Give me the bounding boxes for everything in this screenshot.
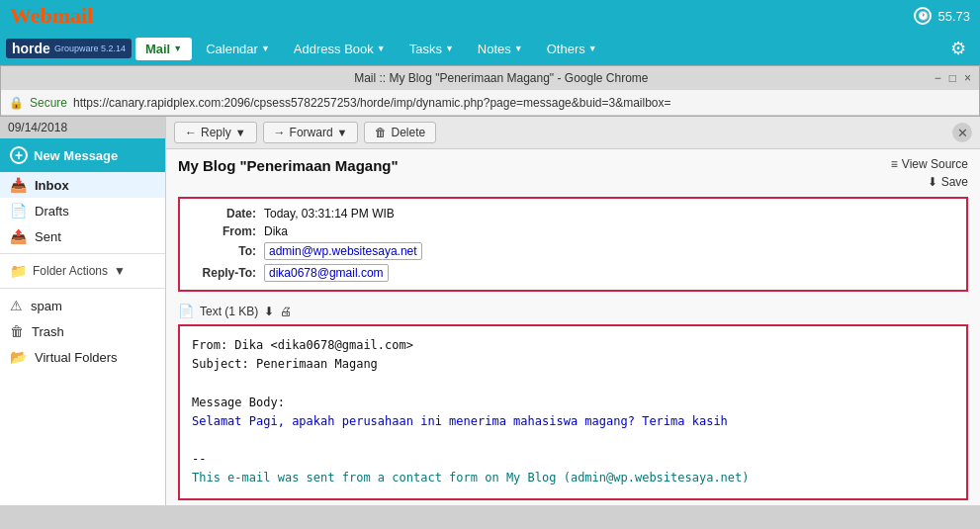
browser-controls: − □ × [935,71,971,85]
inbox-icon: 📥 [10,177,27,193]
save-button[interactable]: ⬇ Save [928,175,968,189]
sent-icon: 📤 [10,228,27,244]
mail-chevron-icon: ▼ [173,44,182,53]
forward-arrow-icon: → [274,126,286,139]
new-message-label: New Message [34,148,118,163]
sidebar-virtual-folders-label: Virtual Folders [35,350,118,365]
nav-item-tasks[interactable]: Tasks ▼ [400,38,464,60]
message-actions: ≡ View Source ⬇ Save [891,157,968,189]
delete-label: Delete [391,126,425,139]
close-button[interactable]: × [964,71,971,85]
nav-item-calendar[interactable]: Calendar ▼ [196,38,280,60]
main-layout: 09/14/2018 + New Message 📥 Inbox 📄 Draft… [0,117,980,505]
message-subject-bar: My Blog "Penerimaan Magang" ≡ View Sourc… [166,149,980,197]
sidebar-item-inbox[interactable]: 📥 Inbox [0,172,165,198]
sidebar-item-spam[interactable]: ⚠ spam [0,293,165,318]
content-area: ← Reply ▼ → Forward ▼ 🗑 Delete ✕ My Blog… [166,117,980,505]
trash-icon: 🗑 [10,323,24,339]
folder-actions-icon: 📁 [10,263,27,279]
virtual-folders-icon: 📂 [10,349,27,365]
nav-item-others[interactable]: Others ▼ [537,38,607,60]
nav-item-mail[interactable]: Mail ▼ [135,38,192,60]
message-toolbar: ← Reply ▼ → Forward ▼ 🗑 Delete ✕ [166,117,980,149]
date-value: Today, 03:31:14 PM WIB [264,207,395,220]
save-label: Save [941,175,968,189]
sidebar-item-sent[interactable]: 📤 Sent [0,223,165,249]
tasks-chevron-icon: ▼ [445,44,454,53]
replyto-label: Reply-To: [190,266,264,280]
browser-address-bar: 🔒 Secure https://canary.rapidplex.com:20… [1,90,979,116]
view-source-button[interactable]: ≡ View Source [891,157,968,171]
body-line-6 [192,431,954,450]
body-line-3 [192,374,954,393]
sidebar-inbox-label: Inbox [35,178,69,193]
browser-chrome: Mail :: My Blog "Penerimaan Magang" - Go… [0,65,980,117]
nav-bar: horde Groupware 5.2.14 Mail ▼ Calendar ▼… [0,32,980,65]
new-message-button[interactable]: + New Message [0,138,165,172]
groupware-version: Groupware 5.2.14 [54,44,126,53]
from-value: Dika [264,224,288,238]
reply-chevron-icon: ▼ [235,127,246,138]
spam-icon: ⚠ [10,298,23,313]
folder-actions-chevron-icon: ▼ [114,264,126,278]
drafts-icon: 📄 [10,203,27,219]
replyto-value[interactable]: dika0678@gmail.com [264,264,389,282]
sidebar-drafts-label: Drafts [35,204,69,219]
to-label: To: [190,244,264,258]
close-pane-button[interactable]: ✕ [952,123,972,142]
reply-button[interactable]: ← Reply ▼ [174,122,257,143]
top-bar: Webmail 🕐 55.73 [0,0,980,32]
view-source-icon: ≡ [891,157,898,171]
trash-btn-icon: 🗑 [375,126,387,139]
sidebar-date: 09/14/2018 [0,117,165,138]
clock-value: 55.73 [937,9,970,24]
horde-name: horde [12,41,50,56]
delete-button[interactable]: 🗑 Delete [364,122,436,143]
body-line-8: This e-mail was sent from a contact form… [192,469,954,487]
calendar-chevron-icon: ▼ [261,44,270,53]
body-line-5: Selamat Pagi, apakah perusahaan ini mene… [192,412,954,431]
body-line-1: From: Dika <dika0678@gmail.com> [192,336,954,355]
header-row-date: Date: Today, 03:31:14 PM WIB [190,205,956,222]
text-doc-icon: 📄 [178,304,194,318]
sidebar-sent-label: Sent [35,229,61,244]
header-row-to: To: admin@wp.websitesaya.net [190,240,956,262]
clock-icon: 🕐 [914,7,932,25]
nav-item-notes[interactable]: Notes ▼ [468,38,533,60]
body-line-7: -- [192,450,954,469]
save-icon: ⬇ [928,175,937,189]
message-body: From: Dika <dika0678@gmail.com> Subject:… [178,324,968,500]
sidebar-item-folder-actions[interactable]: 📁 Folder Actions ▼ [0,258,165,284]
close-icon: ✕ [957,126,968,140]
top-bar-right: 🕐 55.73 [914,7,970,25]
sidebar-item-drafts[interactable]: 📄 Drafts [0,198,165,223]
browser-titlebar: Mail :: My Blog "Penerimaan Magang" - Go… [1,66,979,90]
sidebar-item-trash[interactable]: 🗑 Trash [0,318,165,344]
url-bar[interactable]: https://canary.rapidplex.com:2096/cpsess… [73,96,971,110]
sidebar-folder-actions-label: Folder Actions [33,264,108,278]
plus-circle-icon: + [10,146,28,164]
nav-item-addressbook[interactable]: Address Book ▼ [284,38,396,60]
forward-button[interactable]: → Forward ▼ [263,122,359,143]
header-row-replyto: Reply-To: dika0678@gmail.com [190,262,956,284]
sidebar: 09/14/2018 + New Message 📥 Inbox 📄 Draft… [0,117,166,505]
to-value[interactable]: admin@wp.websitesaya.net [264,242,422,260]
forward-label: Forward [290,126,333,139]
download-attachment-icon[interactable]: ⬇ [264,305,274,318]
view-source-label: View Source [902,157,968,171]
header-row-from: From: Dika [190,222,956,240]
minimize-button[interactable]: − [935,71,941,85]
notes-chevron-icon: ▼ [514,44,523,53]
secure-label: Secure [30,96,67,110]
message-subject: My Blog "Penerimaan Magang" [178,157,399,174]
settings-gear-icon[interactable]: ⚙ [942,34,974,63]
reply-arrow-icon: ← [185,126,197,139]
print-attachment-icon[interactable]: 🖨 [280,305,292,318]
attachment-text: Text (1 KB) [200,305,258,318]
maximize-button[interactable]: □ [949,71,956,85]
sidebar-item-virtual-folders[interactable]: 📂 Virtual Folders [0,344,165,370]
browser-title: Mail :: My Blog "Penerimaan Magang" - Go… [68,71,935,85]
sidebar-divider-2 [0,288,165,289]
lock-icon: 🔒 [9,96,24,110]
sidebar-divider-1 [0,253,165,254]
